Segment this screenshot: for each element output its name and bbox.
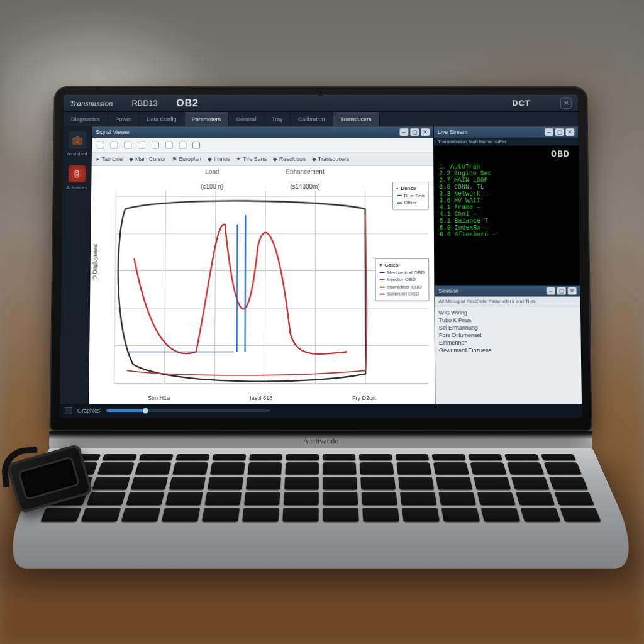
toolbar-icon[interactable] xyxy=(124,141,131,148)
svg-line-3 xyxy=(265,191,265,383)
laptop: Transmission RBD13 OB2 DCT ✕ Diagnostics… xyxy=(47,86,595,640)
list-item[interactable]: Sel Ermannung xyxy=(439,324,577,331)
app-name: Transmission xyxy=(70,98,113,108)
terminal-line: 4.1 Chnl — xyxy=(440,211,575,218)
close-icon[interactable]: ✕ xyxy=(421,128,430,136)
terminal-line: 2.7 MAIN LOOP xyxy=(439,177,574,184)
list-item[interactable]: W.G Wiring xyxy=(439,309,577,316)
terminal-line: 2.2 Engine Sec xyxy=(439,170,574,177)
maximize-icon[interactable]: ▢ xyxy=(557,287,566,295)
toolbar-item[interactable]: ◆ Resolution xyxy=(273,156,306,162)
toolbar-item[interactable]: ✦ Tire Sens xyxy=(236,156,267,162)
sidebar-item-label: Assistant xyxy=(67,151,87,157)
chart-toolbar-icons xyxy=(92,138,433,152)
header-ribbon: Transmission RBD13 OB2 DCT ✕ xyxy=(64,95,578,112)
tab-parameters[interactable]: Parameters xyxy=(184,112,229,126)
session-title: Session xyxy=(438,288,458,294)
toolbar-item[interactable]: ◆ Transducers xyxy=(312,156,349,162)
session-panel: Session – ▢ ✕ All Mtrlog at FirstDate Pa… xyxy=(435,285,582,404)
tab-general[interactable]: General xyxy=(229,112,264,126)
status-footer: Graphics xyxy=(60,404,582,418)
engine-icon[interactable]: 🛢 xyxy=(68,165,86,182)
webcam xyxy=(318,90,323,95)
terminal-line: 4.1 Frame — xyxy=(440,204,574,211)
briefcase-icon[interactable]: 💼 xyxy=(69,131,86,148)
session-list[interactable]: W.G Wiring Tubo K Prius Sel Ermannung Fo… xyxy=(435,306,582,404)
toolbar-item[interactable]: ⚑ Europlan xyxy=(172,156,201,162)
chart-window: Signal Viewer – ▢ ✕ xyxy=(89,126,435,404)
session-subtitle: All Mtrlog at FirstDate Parameters and T… xyxy=(435,297,580,307)
obd-terminal[interactable]: OBD 1. AutoTran 2.2 Engine Sec 2.7 MAIN … xyxy=(434,146,580,285)
keyboard xyxy=(40,454,601,521)
list-item[interactable]: Einmennon xyxy=(439,339,577,347)
x-axis-ticks: Stm H1a Iastil 618 Fry D2ort xyxy=(89,395,435,401)
right-column: Live Stream – ▢ ✕ Transmission fault fra… xyxy=(434,126,582,404)
svg-line-2 xyxy=(214,191,216,383)
terminal-titlebar: Live Stream – ▢ ✕ xyxy=(434,126,579,138)
toolbar-icon[interactable] xyxy=(165,141,173,148)
tab-data-config[interactable]: Data Config xyxy=(139,112,184,126)
brand-far: DCT xyxy=(512,99,530,108)
svg-line-0 xyxy=(114,191,116,383)
chart-surface[interactable]: Load (c100 n) Enhancement (s14000m) ID D… xyxy=(89,166,435,404)
terminal-line: 1. AutoTran xyxy=(439,164,574,170)
left-sidebar: 💼 Assistant 🛢 Actuators xyxy=(60,126,92,404)
list-item[interactable]: Tubo K Prius xyxy=(439,316,577,324)
list-item[interactable]: Gewumard Einzuens xyxy=(439,347,577,354)
terminal-line: 6.0 IndexRx — xyxy=(440,225,575,231)
header-code: RBD13 xyxy=(131,99,158,108)
toolbar-item[interactable]: ◆ Inlines xyxy=(208,156,230,162)
tab-tray[interactable]: Tray xyxy=(264,112,291,126)
slider-thumb[interactable] xyxy=(142,408,148,414)
sidebar-item-label: Actuators xyxy=(66,185,87,191)
toolbar-item[interactable]: ▸ Tab Line xyxy=(97,156,123,162)
terminal-line: 6.1 Balance T xyxy=(440,218,575,225)
brand-mid: OB2 xyxy=(176,97,199,108)
close-icon[interactable]: ✕ xyxy=(560,97,572,108)
chart-legend-a: ▪Dense Blue Sen Other xyxy=(392,182,429,209)
toolbar-icon[interactable] xyxy=(138,141,145,148)
terminal-line: 3.6 MV WAIT xyxy=(439,197,574,204)
toolbar-icon[interactable] xyxy=(152,141,159,148)
maximize-icon[interactable]: ▢ xyxy=(555,128,564,136)
timeline-slider[interactable] xyxy=(106,409,270,412)
chart-legend-b: ▾ Gates Mechanical OBD Injector OBD Humi… xyxy=(375,258,430,301)
toolbar-icon[interactable] xyxy=(97,141,104,148)
tab-transducers[interactable]: Transducers xyxy=(333,112,380,126)
tab-calibration[interactable]: Calibration xyxy=(291,112,333,126)
application-screen: Transmission RBD13 OB2 DCT ✕ Diagnostics… xyxy=(60,95,582,418)
terminal-header: OBD xyxy=(439,149,570,160)
chart-toolbar-tabs: ▸ Tab Line ◆ Main Cursor ⚑ Europlan ◆ In… xyxy=(92,152,434,166)
minimize-icon[interactable]: – xyxy=(545,128,553,136)
list-item[interactable]: Fore Dillumenset xyxy=(439,331,577,339)
terminal-subtitle: Transmission fault frame buffer xyxy=(434,138,579,146)
close-icon[interactable]: ✕ xyxy=(568,287,577,295)
laptop-logo: Auctivatido xyxy=(303,436,339,446)
footer-icon[interactable] xyxy=(65,407,72,414)
chart-window-titlebar: Signal Viewer – ▢ ✕ xyxy=(92,126,433,138)
footer-label: Graphics xyxy=(77,408,100,414)
toolbar-item[interactable]: ◆ Main Cursor xyxy=(129,156,166,162)
tab-strip: Diagnostics Power Data Config Parameters… xyxy=(64,112,578,126)
minimize-icon[interactable]: – xyxy=(547,287,555,295)
tab-diagnostics[interactable]: Diagnostics xyxy=(64,112,108,126)
terminal-line: 3.3 Network — xyxy=(439,191,574,197)
toolbar-icon[interactable] xyxy=(179,141,186,148)
terminal-line: 6.6 Afterburn — xyxy=(440,231,575,238)
tab-power[interactable]: Power xyxy=(108,112,140,126)
minimize-icon[interactable]: – xyxy=(400,128,409,136)
terminal-line: 3.0 CONN. TL xyxy=(439,184,574,191)
toolbar-icon[interactable] xyxy=(192,141,200,148)
chart-window-title: Signal Viewer xyxy=(96,129,130,135)
maximize-icon[interactable]: ▢ xyxy=(410,128,419,136)
svg-line-1 xyxy=(164,191,165,383)
toolbar-icon[interactable] xyxy=(111,141,118,148)
close-icon[interactable]: ✕ xyxy=(565,128,574,136)
